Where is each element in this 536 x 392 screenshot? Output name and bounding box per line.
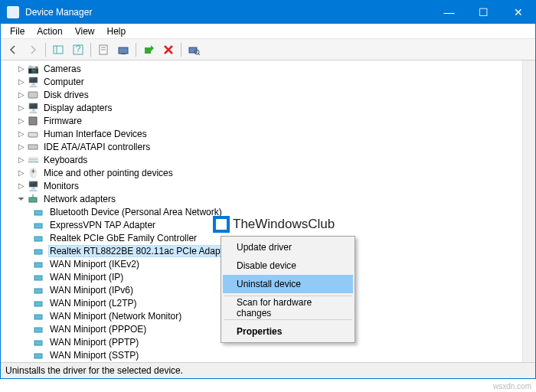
menu-help[interactable]: Help — [101, 24, 132, 38]
firmware-icon — [27, 115, 39, 127]
net-device-icon — [33, 219, 45, 231]
window-controls: — ☐ ✕ — [432, 1, 535, 24]
category-label: Keyboards — [42, 154, 89, 166]
expander-icon[interactable]: ▷ — [16, 116, 27, 126]
svg-rect-8 — [121, 54, 126, 54]
keyboard-icon: ⌨️ — [27, 154, 39, 166]
svg-rect-17 — [29, 198, 37, 202]
svg-rect-27 — [34, 315, 42, 319]
svg-rect-21 — [34, 237, 42, 241]
tree-category-mice[interactable]: ▷🖱️Mice and other pointing devices — [4, 166, 522, 179]
help-button[interactable]: ? — [69, 41, 87, 58]
expander-icon[interactable]: ▷ — [16, 103, 27, 113]
update-driver-button[interactable] — [114, 41, 132, 58]
toolbar-separator — [45, 43, 46, 57]
net-device-icon — [33, 258, 45, 270]
tree-category-printqueues[interactable]: ▷🖨️Print queues — [4, 361, 522, 362]
ctx-separator — [224, 319, 352, 320]
tree-category-ide[interactable]: ▷IDE ATA/ATAPI controllers — [4, 140, 522, 153]
statusbar: Uninstalls the driver for the selected d… — [1, 363, 535, 378]
ctx-label: Uninstall device — [237, 279, 301, 289]
svg-rect-29 — [34, 341, 42, 345]
svg-rect-14 — [29, 117, 37, 125]
tree-category-firmware[interactable]: ▷Firmware — [4, 114, 522, 127]
expander-icon[interactable]: ▷ — [16, 168, 27, 178]
tree-category-cameras[interactable]: ▷📷Cameras — [4, 62, 522, 75]
scan-hardware-button[interactable] — [185, 41, 203, 58]
ctx-label: Properties — [237, 326, 282, 337]
category-label: Network adapters — [42, 193, 117, 205]
tree-category-netadapters[interactable]: ⏷Network adapters — [4, 192, 522, 205]
status-text: Uninstalls the driver for the selected d… — [5, 365, 183, 376]
ctx-update-driver[interactable]: Update driver — [223, 238, 353, 256]
tree-category-diskdrives[interactable]: ▷Disk drives — [4, 88, 522, 101]
svg-rect-7 — [119, 47, 128, 54]
device-label: WAN Miniport (IP) — [48, 271, 125, 283]
watermark: TheWindowsClub — [213, 216, 335, 233]
minimize-button[interactable]: — — [432, 1, 466, 24]
forward-button[interactable] — [24, 41, 42, 58]
ctx-uninstall-device[interactable]: Uninstall device — [223, 275, 353, 293]
device-label-selected: Realtek RTL8822BE 802.11ac PCIe Adapter — [48, 245, 233, 257]
uninstall-device-button[interactable] — [159, 41, 178, 58]
net-device-icon — [33, 336, 45, 348]
expander-icon[interactable]: ▷ — [16, 64, 27, 74]
svg-rect-13 — [28, 92, 38, 98]
ctx-disable-device[interactable]: Disable device — [223, 256, 353, 275]
ctx-scan-hardware[interactable]: Scan for hardware changes — [223, 299, 353, 317]
svg-rect-24 — [34, 276, 42, 280]
tree-category-keyboards[interactable]: ▷⌨️Keyboards — [4, 153, 522, 166]
tree-category-monitors[interactable]: ▷🖥️Monitors — [4, 179, 522, 192]
menu-action[interactable]: Action — [31, 24, 68, 38]
device-label: ExpressVPN TAP Adapter — [48, 219, 157, 231]
properties-button[interactable] — [94, 41, 113, 58]
vertical-scrollbar[interactable] — [522, 60, 535, 362]
close-button[interactable]: ✕ — [501, 1, 535, 24]
expander-icon[interactable]: ▷ — [16, 129, 27, 139]
svg-rect-19 — [34, 211, 42, 215]
mouse-icon: 🖱️ — [27, 167, 39, 179]
toolbar-separator — [181, 43, 181, 57]
svg-rect-0 — [54, 46, 63, 54]
menu-view[interactable]: View — [69, 24, 101, 38]
net-device-icon — [33, 284, 45, 296]
expander-icon[interactable]: ▷ — [16, 90, 27, 100]
net-device-icon — [33, 297, 45, 309]
net-device-icon — [33, 245, 45, 257]
device-label: Realtek PCIe GbE Family Controller — [48, 232, 198, 244]
ctx-label: Disable device — [237, 260, 296, 271]
display-adapter-icon: 🖥️ — [27, 102, 39, 114]
svg-rect-16 — [28, 145, 38, 149]
expander-icon[interactable]: ▷ — [16, 155, 27, 165]
category-label: Computer — [42, 76, 86, 88]
expander-collapse-icon[interactable]: ⏷ — [16, 194, 27, 204]
tree-device-wan-sstp[interactable]: WAN Miniport (SSTP) — [4, 348, 522, 361]
menu-file[interactable]: File — [4, 24, 31, 38]
footer-credit: wsxdn.com — [493, 382, 531, 390]
show-hide-tree-button[interactable] — [49, 41, 67, 58]
svg-rect-25 — [34, 289, 42, 293]
windows-flag-icon — [213, 216, 230, 233]
tree-category-hid[interactable]: ▷Human Interface Devices — [4, 127, 522, 140]
expander-icon[interactable]: ▷ — [16, 181, 27, 191]
tree-category-computer[interactable]: ▷🖥️Computer — [4, 75, 522, 88]
computer-icon: 🖥️ — [27, 76, 39, 88]
ctx-separator — [224, 296, 352, 296]
net-device-icon — [33, 206, 45, 218]
ctx-properties[interactable]: Properties — [223, 322, 353, 341]
svg-rect-28 — [34, 328, 42, 332]
maximize-button[interactable]: ☐ — [466, 1, 501, 24]
app-icon — [7, 6, 19, 18]
svg-rect-26 — [34, 302, 42, 306]
expander-icon[interactable]: ▷ — [16, 142, 27, 152]
context-menu[interactable]: Update driver Disable device Uninstall d… — [221, 236, 355, 343]
enable-device-button[interactable] — [139, 41, 158, 58]
expander-icon[interactable]: ▷ — [16, 77, 27, 87]
back-button[interactable] — [4, 41, 22, 58]
disk-icon — [27, 89, 39, 101]
svg-rect-20 — [34, 224, 42, 228]
category-label: Firmware — [42, 115, 83, 127]
titlebar[interactable]: Device Manager — ☐ ✕ — [1, 1, 535, 24]
category-label: Cameras — [42, 63, 83, 75]
tree-category-displayadapters[interactable]: ▷🖥️Display adapters — [4, 101, 522, 114]
